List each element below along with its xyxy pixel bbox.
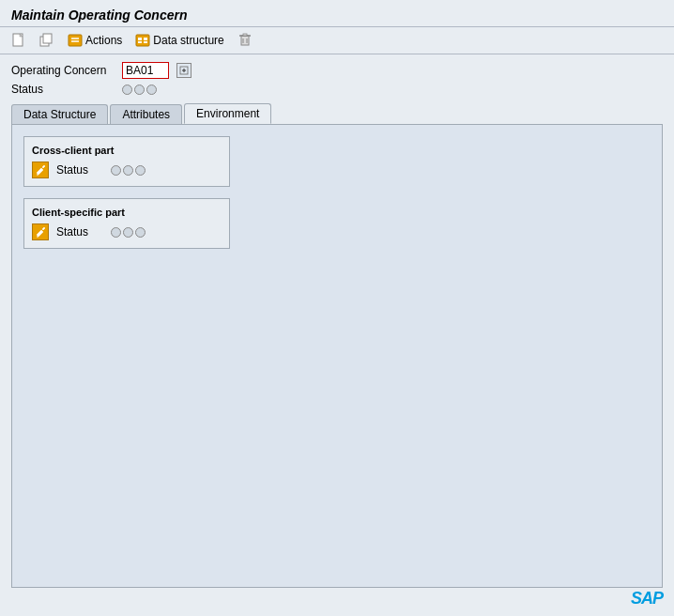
form-area: Operating Concern Status bbox=[0, 54, 674, 100]
cross-client-section: Cross-client part Status bbox=[23, 136, 230, 187]
tab-environment[interactable]: Environment bbox=[184, 103, 271, 124]
cross-client-title: Cross-client part bbox=[32, 145, 222, 156]
toolbar: Actions Data structure bbox=[0, 26, 674, 54]
cross-client-status-circles bbox=[111, 165, 146, 176]
svg-rect-12 bbox=[241, 36, 249, 45]
operating-concern-label: Operating Concern bbox=[11, 64, 115, 77]
new-document-icon bbox=[11, 33, 26, 48]
tabs-bar: Data Structure Attributes Environment bbox=[0, 103, 674, 124]
cs-circle-2 bbox=[123, 227, 133, 238]
status-indicator bbox=[122, 85, 157, 95]
svg-rect-9 bbox=[144, 38, 147, 40]
data-structure-icon bbox=[135, 33, 150, 48]
cross-client-status-label: Status bbox=[56, 163, 103, 177]
copy-icon bbox=[39, 33, 54, 48]
tab-data-structure[interactable]: Data Structure bbox=[11, 104, 108, 124]
client-specific-row: Status bbox=[32, 223, 222, 240]
client-specific-status-label: Status bbox=[56, 225, 103, 239]
new-button[interactable] bbox=[8, 31, 30, 50]
main-window: Maintain Operating Concern bbox=[0, 0, 674, 616]
svg-rect-14 bbox=[243, 34, 247, 36]
operating-concern-input[interactable] bbox=[122, 62, 169, 79]
sap-logo: SAP bbox=[631, 589, 663, 608]
operating-concern-browse-button[interactable] bbox=[176, 63, 191, 78]
status-label: Status bbox=[11, 83, 115, 96]
status-row: Status bbox=[11, 83, 663, 96]
svg-rect-10 bbox=[138, 41, 142, 43]
page-title: Maintain Operating Concern bbox=[11, 8, 663, 23]
delete-button[interactable] bbox=[234, 31, 256, 50]
status-circle-1 bbox=[122, 85, 132, 95]
cs-circle-3 bbox=[135, 227, 146, 238]
svg-rect-8 bbox=[138, 38, 142, 40]
copy-button[interactable] bbox=[36, 31, 58, 50]
data-structure-label: Data structure bbox=[153, 34, 223, 47]
actions-button[interactable]: Actions bbox=[64, 31, 126, 50]
cross-client-edit-button[interactable] bbox=[32, 162, 49, 178]
actions-label: Actions bbox=[85, 34, 122, 47]
cc-circle-3 bbox=[135, 165, 146, 176]
cs-circle-1 bbox=[111, 227, 121, 238]
bottom-bar: SAP bbox=[0, 588, 674, 616]
client-specific-edit-button[interactable] bbox=[32, 223, 49, 240]
svg-rect-11 bbox=[144, 41, 147, 43]
tab-content-environment: Cross-client part Status Client bbox=[11, 124, 663, 588]
svg-rect-3 bbox=[43, 34, 52, 43]
actions-icon bbox=[68, 33, 83, 48]
operating-concern-row: Operating Concern bbox=[11, 62, 663, 79]
client-specific-status-circles bbox=[111, 227, 146, 238]
cross-client-row: Status bbox=[32, 162, 222, 178]
status-circle-2 bbox=[134, 85, 145, 95]
delete-icon bbox=[237, 33, 253, 48]
data-structure-button[interactable]: Data structure bbox=[131, 31, 227, 50]
status-circle-3 bbox=[146, 85, 157, 95]
client-specific-section: Client-specific part Status bbox=[23, 198, 230, 249]
tab-attributes[interactable]: Attributes bbox=[110, 104, 182, 124]
cc-circle-2 bbox=[123, 165, 133, 176]
svg-rect-4 bbox=[69, 35, 82, 46]
title-bar: Maintain Operating Concern bbox=[0, 0, 674, 26]
client-specific-title: Client-specific part bbox=[32, 207, 222, 218]
cc-circle-1 bbox=[111, 165, 121, 176]
